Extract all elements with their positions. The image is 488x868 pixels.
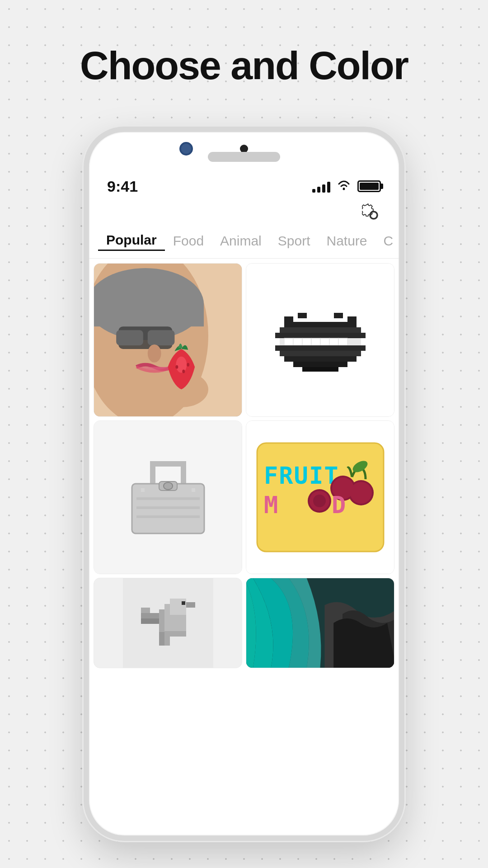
phone-mockup: 9:41 [84,127,404,841]
svg-point-54 [350,482,372,504]
svg-rect-70 [182,601,185,605]
svg-rect-32 [280,351,361,356]
content-grid: FRUIT M [89,259,399,673]
svg-text:FRUIT: FRUIT [264,462,339,489]
svg-rect-72 [164,634,170,646]
svg-rect-19 [298,313,307,318]
svg-rect-71 [159,632,164,646]
svg-rect-24 [284,338,293,345]
signal-bar-1 [312,189,315,193]
settings-button[interactable] [362,203,385,229]
svg-point-11 [176,357,187,373]
svg-rect-33 [284,356,357,362]
signal-bars-icon [312,180,330,193]
svg-rect-25 [293,338,302,345]
svg-rect-18 [284,316,293,322]
svg-point-42 [164,482,173,490]
svg-rect-64 [141,613,159,618]
svg-rect-27 [311,338,320,345]
svg-point-13 [182,370,185,373]
svg-rect-29 [329,338,338,345]
svg-rect-47 [192,488,195,492]
signal-bar-3 [322,184,325,193]
strawberry-photo [94,264,242,416]
phone-speaker [208,152,280,162]
svg-rect-65 [141,608,150,613]
svg-rect-15 [284,322,357,327]
svg-rect-21 [347,316,357,322]
svg-rect-34 [293,362,347,367]
svg-point-9 [148,344,161,363]
svg-rect-26 [302,338,311,345]
tab-nature[interactable]: Nature [319,231,375,250]
signal-bar-4 [327,182,330,193]
svg-point-0 [343,188,345,190]
svg-rect-45 [136,515,200,518]
tab-c[interactable]: C [375,231,402,250]
svg-rect-8 [148,330,175,345]
grid-item-aurora[interactable] [246,578,394,668]
status-time: 9:41 [107,178,138,195]
grid-item-pixel-bird[interactable] [94,578,242,668]
svg-rect-7 [116,330,143,345]
svg-rect-17 [275,333,366,338]
fruit-mood-pixel-art: FRUIT M [246,421,394,574]
grid-item-fruit-mood[interactable]: FRUIT M [246,420,394,574]
front-camera [179,142,193,156]
svg-rect-44 [136,506,200,509]
svg-text:M: M [264,491,279,519]
grid-item-pixel-purse[interactable] [94,420,242,574]
page-title: Choose and Color [80,42,408,89]
svg-rect-30 [338,338,347,345]
svg-point-12 [175,365,178,369]
status-bar: 9:41 [89,173,399,200]
grid-item-pixel-lips[interactable] [246,263,394,417]
battery-icon [357,180,381,192]
phone-top [89,132,399,173]
svg-rect-68 [170,599,186,615]
status-icons [312,179,381,194]
svg-rect-46 [141,488,145,492]
svg-rect-43 [136,497,200,500]
tab-popular[interactable]: Popular [98,231,165,251]
svg-point-59 [313,495,326,507]
signal-bar-2 [317,187,320,193]
svg-rect-38 [150,461,186,467]
tab-sport[interactable]: Sport [270,231,319,250]
svg-rect-35 [302,367,338,372]
wifi-icon [337,179,351,194]
svg-rect-31 [275,345,366,351]
svg-point-14 [187,363,189,367]
svg-rect-28 [320,338,329,345]
title-area: Choose and Color [0,0,488,131]
nav-tabs: Popular Food Animal Sport Nature C [89,231,399,259]
lips-pixel-art [246,264,394,416]
svg-rect-5 [94,304,204,326]
aurora-photo [246,578,394,668]
svg-rect-20 [334,313,343,318]
battery-fill [360,183,379,190]
purse-pixel-art [94,421,242,574]
tab-animal[interactable]: Animal [212,231,270,250]
tab-food[interactable]: Food [165,231,212,250]
svg-rect-69 [186,602,195,608]
svg-text:D: D [332,491,347,519]
grid-item-woman-strawberry[interactable] [94,263,242,417]
svg-rect-16 [280,327,361,333]
